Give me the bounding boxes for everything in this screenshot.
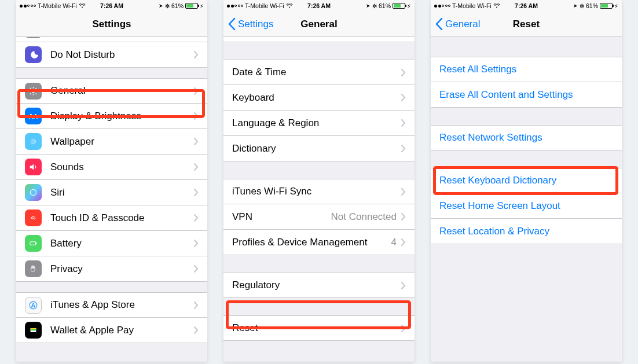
row-dictionary[interactable]: Dictionary xyxy=(223,136,415,161)
row-label: Language & Region xyxy=(232,117,401,129)
gear-icon xyxy=(25,83,42,100)
row-itunes[interactable]: iTunes & App Store xyxy=(16,292,207,318)
row-profiles[interactable]: Profiles & Device Management4 xyxy=(223,230,415,255)
nav-back-button[interactable]: General xyxy=(435,12,480,36)
row-reset-keyboard[interactable]: Reset Keyboard Dictionary xyxy=(431,168,622,193)
status-time: 7:26 AM xyxy=(307,2,331,9)
svg-point-7 xyxy=(30,302,37,309)
wifi-icon xyxy=(286,2,293,9)
row-touchid[interactable]: Touch ID & Passcode xyxy=(16,205,207,231)
row-reset[interactable]: Reset xyxy=(223,315,415,341)
chevron-right-icon xyxy=(194,138,199,145)
chevron-right-icon xyxy=(194,265,199,273)
row-sounds[interactable]: Sounds xyxy=(16,155,207,180)
row-dnd[interactable]: Do Not Disturb xyxy=(16,42,207,68)
row-partial[interactable] xyxy=(223,37,415,42)
row-regulatory[interactable]: Regulatory xyxy=(223,273,415,298)
row-wallpaper[interactable]: Wallpaper xyxy=(16,129,207,155)
row-reset-network[interactable]: Reset Network Settings xyxy=(431,125,622,150)
row-value: Not Connected xyxy=(331,211,397,223)
carrier-label: T-Mobile Wi-Fi xyxy=(38,2,77,9)
screen-settings: T-Mobile Wi-Fi 7:26 AM ➤ ✻ 61% ⚡︎ Settin… xyxy=(16,0,207,362)
row-siri[interactable]: Siri xyxy=(16,180,207,205)
chevron-right-icon xyxy=(401,282,406,289)
battery-pct: 61% xyxy=(586,2,598,9)
chevron-right-icon xyxy=(194,240,199,247)
row-label: Do Not Disturb xyxy=(50,49,194,61)
nav-back-label: Settings xyxy=(238,19,273,30)
status-bar: T-Mobile Wi-Fi 7:26 AM ➤ ✻ 61% ⚡︎ xyxy=(16,0,207,12)
signal-dots-icon xyxy=(20,5,36,8)
row-privacy[interactable]: Privacy xyxy=(16,256,207,282)
row-control-center[interactable]: Control Center xyxy=(16,37,207,42)
hand-icon xyxy=(25,260,42,277)
row-reset-all[interactable]: Reset All Settings xyxy=(431,57,622,82)
row-erase-all[interactable]: Erase All Content and Settings xyxy=(431,82,622,108)
svg-rect-6 xyxy=(36,242,36,244)
svg-point-4 xyxy=(31,190,36,196)
bluetooth-icon: ✻ xyxy=(580,3,584,9)
row-language[interactable]: Language & Region xyxy=(223,111,415,136)
wallpaper-icon xyxy=(25,133,42,150)
nav-bar: General Reset xyxy=(431,12,622,37)
chevron-right-icon xyxy=(401,94,406,101)
row-label: iTunes Wi-Fi Sync xyxy=(232,186,401,197)
screen-general: T-Mobile Wi-Fi 7:26 AM ➤ ✻ 61% ⚡︎ Settin… xyxy=(223,0,415,362)
row-label: Siri xyxy=(50,187,194,198)
row-vpn[interactable]: VPNNot Connected xyxy=(223,204,415,230)
battery-pct: 61% xyxy=(379,2,391,9)
nav-title: Settings xyxy=(92,19,131,30)
chevron-right-icon xyxy=(401,238,406,246)
row-label: Wallpaper xyxy=(50,136,194,148)
speaker-icon xyxy=(25,159,42,175)
row-wallet[interactable]: Wallet & Apple Pay xyxy=(16,318,207,343)
row-reset-home[interactable]: Reset Home Screen Layout xyxy=(431,193,622,219)
row-keyboard[interactable]: Keyboard xyxy=(223,85,415,111)
charging-icon: ⚡︎ xyxy=(407,3,411,9)
screen-reset: T-Mobile Wi-Fi 7:26 AM ➤ ✻ 61% ⚡︎ Genera… xyxy=(431,0,622,362)
row-battery[interactable]: Battery xyxy=(16,231,207,256)
charging-icon: ⚡︎ xyxy=(614,3,618,9)
row-itunes-sync[interactable]: iTunes Wi-Fi Sync xyxy=(223,179,415,204)
battery-icon xyxy=(25,235,42,252)
row-label: Reset xyxy=(232,322,401,334)
nav-bar: Settings xyxy=(16,12,207,37)
chevron-right-icon xyxy=(194,326,199,334)
status-bar: T-Mobile Wi-Fi 7:26 AM ➤ ✻ 61% ⚡︎ xyxy=(431,0,622,12)
svg-point-1 xyxy=(32,90,34,92)
chevron-right-icon xyxy=(194,87,199,95)
bluetooth-icon: ✻ xyxy=(165,3,170,9)
chevron-right-icon xyxy=(194,189,199,196)
nav-back-button[interactable]: Settings xyxy=(228,12,273,36)
signal-dots-icon xyxy=(227,5,243,8)
row-label: Erase All Content and Settings xyxy=(439,89,613,101)
battery-icon xyxy=(600,3,613,9)
location-icon: ➤ xyxy=(573,3,578,9)
status-time: 7:26 AM xyxy=(515,2,538,9)
row-label: Reset Location & Privacy xyxy=(439,226,613,237)
nav-back-label: General xyxy=(445,19,480,30)
chevron-right-icon xyxy=(194,51,199,58)
row-label: iTunes & App Store xyxy=(50,299,194,311)
chevron-right-icon xyxy=(401,145,406,152)
appstore-icon xyxy=(25,297,42,314)
row-label: Reset Keyboard Dictionary xyxy=(439,175,613,186)
row-label: Dictionary xyxy=(232,143,401,155)
bluetooth-icon: ✻ xyxy=(372,3,377,9)
row-reset-location[interactable]: Reset Location & Privacy xyxy=(431,219,622,244)
row-general[interactable]: General xyxy=(16,78,207,104)
svg-rect-10 xyxy=(31,329,36,330)
svg-rect-5 xyxy=(30,242,36,245)
row-display[interactable]: AA Display & Brightness xyxy=(16,104,207,129)
row-label: Reset Network Settings xyxy=(439,132,613,144)
row-value: 4 xyxy=(391,237,397,248)
svg-rect-9 xyxy=(31,328,36,329)
row-label: Regulatory xyxy=(232,280,401,291)
svg-point-3 xyxy=(32,140,34,142)
chevron-right-icon xyxy=(194,112,199,120)
chevron-right-icon xyxy=(401,69,406,76)
chevron-right-icon xyxy=(401,188,406,196)
display-icon: AA xyxy=(25,108,42,124)
chevron-right-icon xyxy=(194,163,199,171)
row-datetime[interactable]: Date & Time xyxy=(223,60,415,85)
